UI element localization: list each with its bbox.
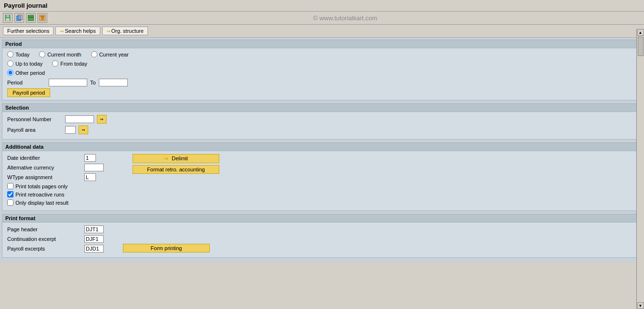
form-printing-button[interactable]: Form printing (123, 244, 210, 253)
alt-currency-input[interactable] (84, 164, 104, 171)
print-format-header: Print format (2, 214, 642, 223)
radio-current-year: Current year (91, 51, 129, 57)
print-format-right: Form printing (123, 225, 210, 253)
payroll-period-button[interactable]: Payroll period (7, 88, 50, 97)
date-identifier-input[interactable] (84, 154, 96, 162)
scrollbar[interactable]: ▲ ▼ (636, 29, 644, 263)
period-label: Period (7, 80, 46, 85)
layout-icon[interactable] (26, 13, 36, 23)
continuation-input[interactable] (84, 235, 104, 243)
period-section-header: Period (2, 40, 642, 48)
alt-currency-label: Alternative currency (7, 165, 84, 170)
continuation-label: Continuation excerpt (7, 236, 84, 242)
watermark: © www.tutorialkart.com (49, 14, 641, 22)
period-to-label: To (90, 80, 96, 85)
svg-rect-1 (6, 15, 9, 17)
toolbar: © www.tutorialkart.com (0, 12, 644, 25)
print-retro-checkbox[interactable] (7, 191, 13, 197)
search-helps-button[interactable]: ⇒ Search helps (55, 27, 100, 35)
other-period-label: Other period (15, 70, 45, 76)
print-format-left: Page header Continuation excerpt Payroll… (7, 225, 104, 254)
up-to-today-radio[interactable] (7, 60, 13, 67)
additional-data-section: Additional data Date identifier Alternat… (2, 142, 642, 211)
period-radio-group: Today Current month Current year (7, 51, 637, 57)
print-retro-label: Print retroactive runs (15, 192, 64, 197)
current-month-label: Current month (47, 52, 81, 57)
svg-rect-6 (28, 17, 34, 17)
today-radio[interactable] (7, 51, 13, 57)
from-today-label: From today (60, 61, 87, 67)
wtype-label: WType assignment (7, 174, 84, 180)
org-structure-arrow-icon: ⇒ (107, 28, 110, 34)
radio-today: Today (7, 51, 29, 57)
selection-section: Selection Personnel Number ⇒ Payroll are… (2, 103, 642, 140)
app-title: Payroll journal (4, 2, 47, 9)
wtype-input[interactable] (84, 173, 96, 181)
current-year-radio[interactable] (91, 51, 97, 57)
alt-currency-row: Alternative currency (7, 164, 104, 171)
search-helps-arrow-icon: ⇒ (60, 28, 64, 34)
org-structure-label: Org. structure (111, 28, 144, 34)
period-section-content: Today Current month Current year Up to t… (2, 48, 642, 100)
print-format-content: Page header Continuation excerpt Payroll… (2, 223, 642, 257)
only-display-checkbox[interactable] (7, 199, 13, 206)
wtype-row: WType assignment (7, 173, 104, 181)
up-to-today-label: Up to today (15, 61, 42, 67)
period-section: Period Today Current month Current year (2, 40, 642, 100)
additional-data-header: Additional data (2, 143, 642, 151)
only-display-label: Only display last result (15, 200, 68, 206)
from-today-radio[interactable] (52, 60, 58, 67)
print-totals-label: Print totals pages only (15, 183, 67, 189)
other-period-radio[interactable] (7, 70, 13, 76)
radio-up-to-today: Up to today (7, 60, 42, 67)
current-year-label: Current year (99, 52, 129, 57)
personnel-number-row: Personnel Number ⇒ (7, 115, 637, 124)
personnel-number-input[interactable] (65, 115, 94, 123)
continuation-row: Continuation excerpt (7, 235, 104, 243)
svg-rect-2 (6, 18, 10, 21)
print-retro-row: Print retroactive runs (7, 191, 104, 197)
radio-other-period: Other period (7, 70, 45, 76)
scroll-up-arrow[interactable]: ▲ (637, 29, 644, 36)
save-icon[interactable] (3, 13, 13, 23)
radio-current-month: Current month (39, 51, 81, 57)
personnel-number-arrow-btn[interactable]: ⇒ (97, 115, 107, 124)
page-header-row: Page header (7, 225, 104, 233)
content-area: Period Today Current month Current year (0, 38, 644, 263)
personnel-number-label: Personnel Number (7, 116, 65, 122)
org-structure-button[interactable]: ⇒ Org. structure (102, 27, 148, 35)
page-header-label: Page header (7, 226, 84, 232)
period-radio-group-2: Up to today From today (7, 60, 637, 67)
format-retro-button[interactable]: Format retro. accounting (133, 165, 219, 174)
nav-bar: Further selections ⇒ Search helps ⇒ Org.… (0, 25, 644, 38)
current-month-radio[interactable] (39, 51, 45, 57)
svg-rect-5 (28, 15, 34, 21)
svg-rect-3 (16, 16, 21, 21)
scroll-thumb[interactable] (638, 37, 644, 56)
period-input-row: Period To (7, 79, 637, 86)
delimit-arrow-icon: ⇒ (164, 155, 168, 161)
payroll-excerpts-label: Payroll excerpts (7, 246, 84, 252)
period-from-input[interactable] (49, 79, 87, 86)
additional-right-buttons: ⇒ Delimit Format retro. accounting (133, 154, 219, 174)
payroll-period-row: Payroll period (7, 88, 637, 97)
period-to-input[interactable] (99, 79, 128, 86)
further-selections-button[interactable]: Further selections (3, 27, 54, 35)
filter-icon[interactable] (38, 13, 47, 23)
period-radio-group-3: Other period (7, 70, 637, 76)
payroll-excerpts-row: Payroll excerpts (7, 245, 104, 253)
selection-section-content: Personnel Number ⇒ Payroll area ⇒ (2, 112, 642, 139)
payroll-area-input[interactable] (65, 126, 76, 134)
print-format-section: Print format Page header Continuation ex… (2, 214, 642, 258)
print-totals-checkbox[interactable] (7, 183, 13, 189)
payroll-excerpts-input[interactable] (84, 245, 104, 253)
date-identifier-label: Date identifier (7, 155, 84, 161)
copy-icon[interactable] (14, 13, 24, 23)
page-header-input[interactable] (84, 225, 104, 233)
search-helps-label: Search helps (65, 28, 95, 34)
additional-left: Date identifier Alternative currency WTy… (7, 154, 104, 208)
payroll-area-arrow-btn[interactable]: ⇒ (79, 126, 88, 134)
additional-data-content: Date identifier Alternative currency WTy… (2, 151, 642, 211)
date-identifier-row: Date identifier (7, 154, 104, 162)
delimit-button[interactable]: ⇒ Delimit (133, 154, 219, 163)
